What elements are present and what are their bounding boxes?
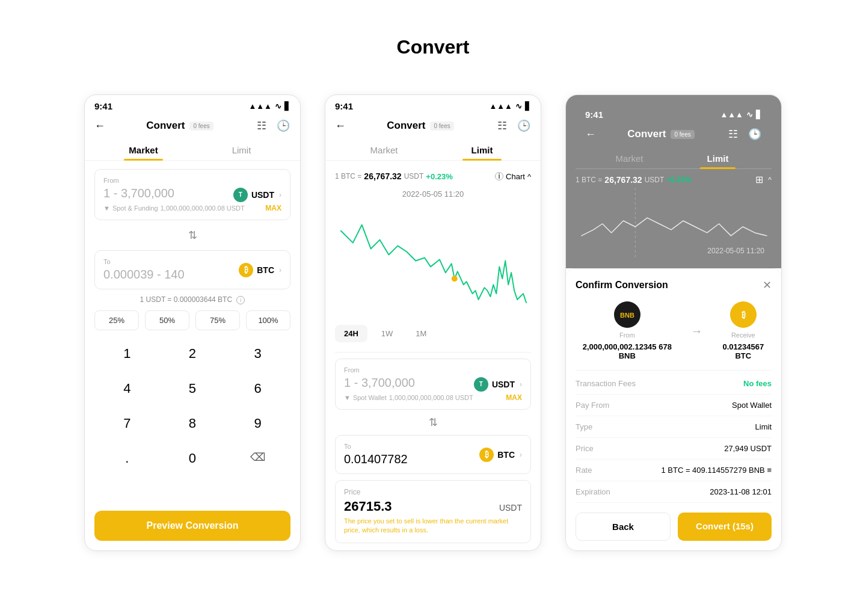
time-btn-1w[interactable]: 1W bbox=[372, 325, 402, 342]
detail-type-value: Limit bbox=[755, 422, 772, 431]
detail-price-value: 27,949 USDT bbox=[724, 444, 772, 453]
tab-market-2[interactable]: Market bbox=[335, 139, 433, 160]
pct-25[interactable]: 25% bbox=[94, 310, 139, 330]
key-9[interactable]: 9 bbox=[225, 406, 290, 441]
spot-balance: 1,000,000,000,000.08 USDT bbox=[161, 205, 245, 212]
spot-line-2: ▼ Spot Wallet 1,000,000,000,000.08 USDT … bbox=[344, 393, 522, 402]
detail-type-label: Type bbox=[576, 422, 592, 431]
chart-area[interactable] bbox=[335, 207, 531, 315]
screen3-header-title: Convert 0 fees bbox=[627, 128, 694, 140]
screen2-time: 9:41 bbox=[335, 101, 353, 111]
tab-limit-1[interactable]: Limit bbox=[192, 139, 290, 160]
candlestick-icon[interactable]: ⊞ bbox=[755, 174, 763, 185]
swap-icon[interactable]: ⇅ bbox=[188, 229, 197, 242]
price-chart-svg bbox=[335, 207, 531, 315]
detail-expiration-label: Expiration bbox=[576, 487, 610, 496]
preview-conversion-button[interactable]: Preview Conversion bbox=[94, 511, 290, 541]
clock-icon-2[interactable]: 🕒 bbox=[517, 119, 531, 133]
key-7[interactable]: 7 bbox=[94, 406, 160, 441]
key-5[interactable]: 5 bbox=[160, 371, 226, 406]
back-button[interactable]: Back bbox=[576, 513, 671, 541]
to-currency-label-2: BTC bbox=[497, 450, 515, 460]
pct-50[interactable]: 50% bbox=[145, 310, 189, 330]
key-3[interactable]: 3 bbox=[225, 336, 290, 371]
time-btn-1m[interactable]: 1M bbox=[407, 325, 435, 342]
tab-market-1[interactable]: Market bbox=[94, 139, 192, 160]
to-currency-label: BTC bbox=[257, 265, 274, 275]
detail-fees-label: Transaction Fees bbox=[576, 379, 636, 388]
numpad: 1 2 3 4 5 6 7 8 9 . 0 ⌫ bbox=[94, 336, 290, 476]
pct-100[interactable]: 100% bbox=[246, 310, 290, 330]
header-badge-2: 0 fees bbox=[430, 122, 453, 131]
screen3-rate-bold: 26,767.32 bbox=[604, 175, 642, 185]
from-value-confirm: 2,000,000,002.12345 678 BNB bbox=[576, 342, 679, 360]
confirm-header: Confirm Conversion ✕ bbox=[576, 279, 772, 292]
chart-header: 1 BTC = 26,767.32 USDT +0.23% i Chart ^ bbox=[335, 167, 531, 186]
pct-75[interactable]: 75% bbox=[195, 310, 240, 330]
price-currency: USDT bbox=[499, 503, 522, 513]
time-btn-24h[interactable]: 24H bbox=[335, 325, 367, 342]
from-label: From bbox=[103, 177, 281, 184]
header-convert-label-3: Convert bbox=[627, 128, 666, 140]
to-input-box-2[interactable]: To 0.01407782 ₿ BTC › bbox=[335, 435, 531, 474]
screen2-header-title: Convert 0 fees bbox=[387, 120, 453, 132]
to-input-box[interactable]: To 0.000039 - 140 ₿ BTC › bbox=[94, 250, 290, 289]
max-btn-2[interactable]: MAX bbox=[506, 393, 522, 402]
screen3-chart-arrow: ^ bbox=[768, 176, 772, 184]
to-chevron-2: › bbox=[520, 451, 522, 459]
tab-limit-3[interactable]: Limit bbox=[674, 147, 762, 168]
tab-market-3[interactable]: Market bbox=[585, 147, 674, 168]
back-icon-2[interactable]: ← bbox=[335, 120, 346, 132]
screen2-header: ← Convert 0 fees ☷ 🕒 bbox=[325, 115, 541, 139]
receive-value-confirm: 0.01234567 BTC bbox=[715, 342, 772, 360]
back-icon[interactable]: ← bbox=[94, 120, 105, 132]
chart-toggle[interactable]: i Chart ^ bbox=[495, 172, 531, 181]
screen3-chart-area: 2022-05-05 11:20 bbox=[576, 188, 772, 260]
key-8[interactable]: 8 bbox=[160, 406, 226, 441]
svg-rect-0 bbox=[335, 207, 531, 315]
svg-text:₿: ₿ bbox=[741, 310, 745, 319]
battery-icon: ▋ bbox=[284, 102, 290, 111]
back-icon-3[interactable]: ← bbox=[585, 128, 596, 141]
key-backspace[interactable]: ⌫ bbox=[225, 441, 290, 476]
close-button[interactable]: ✕ bbox=[763, 279, 772, 292]
spot-label-2: ▼ bbox=[344, 394, 351, 401]
confirm-receive-currency: ₿ Receive 0.01234567 BTC bbox=[715, 301, 772, 360]
grid-icon-3[interactable]: ☷ bbox=[726, 127, 740, 141]
page-title: Convert bbox=[0, 0, 866, 82]
divider-1 bbox=[335, 352, 531, 353]
from-input-box-2[interactable]: From 1 - 3,700,000 T USDT › ▼ Spot Walle… bbox=[335, 359, 531, 410]
grid-icon[interactable]: ☷ bbox=[254, 119, 269, 133]
to-currency[interactable]: ₿ BTC › bbox=[239, 263, 281, 277]
clock-icon-3[interactable]: 🕒 bbox=[748, 127, 762, 141]
detail-payfrom: Pay From Spot Wallet bbox=[576, 395, 772, 416]
screen2-header-icons: ☷ 🕒 bbox=[495, 119, 531, 133]
from-currency[interactable]: T USDT › bbox=[233, 188, 281, 202]
key-dot[interactable]: . bbox=[94, 441, 160, 476]
convert-button[interactable]: Convert (15s) bbox=[678, 513, 772, 541]
key-4[interactable]: 4 bbox=[94, 371, 160, 406]
clock-icon[interactable]: 🕒 bbox=[276, 119, 290, 133]
screen1-header: ← Convert 0 fees ☷ 🕒 bbox=[85, 115, 300, 139]
screen1-header-icons: ☷ 🕒 bbox=[254, 119, 290, 133]
key-6[interactable]: 6 bbox=[225, 371, 290, 406]
detail-fees: Transaction Fees No fees bbox=[576, 373, 772, 395]
pct-row: 25% 50% 75% 100% bbox=[94, 310, 290, 330]
tab-limit-2[interactable]: Limit bbox=[433, 139, 531, 160]
detail-rate-value: 1 BTC = 409.114557279 BNB ≡ bbox=[661, 466, 772, 475]
screen1-status-icons: ▲▲▲ ∿ ▋ bbox=[248, 102, 290, 111]
header-convert-label: Convert bbox=[146, 120, 185, 132]
max-btn[interactable]: MAX bbox=[265, 204, 281, 212]
grid-icon-2[interactable]: ☷ bbox=[495, 119, 509, 133]
confirm-divider bbox=[576, 370, 772, 371]
swap-icon-2[interactable]: ⇅ bbox=[429, 416, 438, 429]
key-2[interactable]: 2 bbox=[160, 336, 226, 371]
detail-rate: Rate 1 BTC = 409.114557279 BNB ≡ bbox=[576, 460, 772, 481]
info-icon-chart: i bbox=[495, 172, 503, 180]
key-1[interactable]: 1 bbox=[94, 336, 160, 371]
price-input-box[interactable]: Price 26715.3 USDT The price you set to … bbox=[335, 480, 531, 543]
from-currency-2[interactable]: T USDT › bbox=[474, 377, 522, 392]
from-input-box[interactable]: From 1 - 3,700,000 T USDT › ▼ Spot & Fun… bbox=[94, 169, 290, 220]
to-currency-2[interactable]: ₿ BTC › bbox=[479, 448, 522, 462]
key-0[interactable]: 0 bbox=[160, 441, 226, 476]
